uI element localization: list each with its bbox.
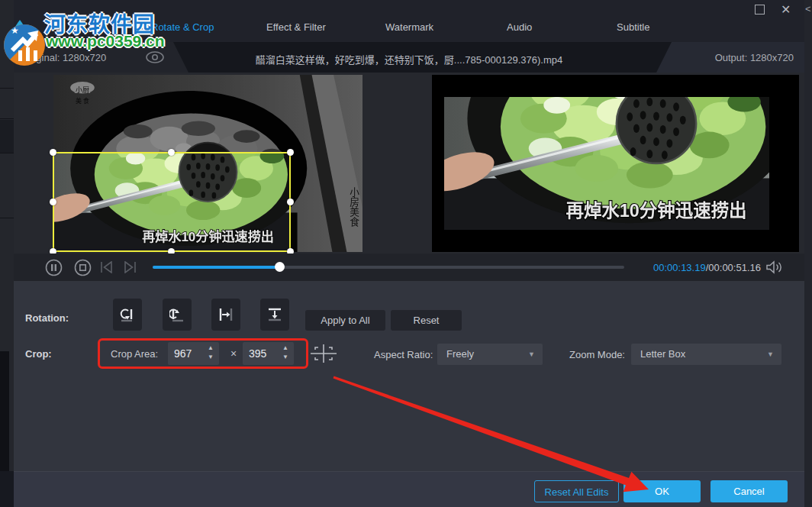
output-resolution-label: Output: 1280x720 (715, 52, 794, 63)
preview-panel (14, 73, 804, 253)
close-button[interactable]: ✕ (781, 3, 791, 17)
zoom-mode-dropdown[interactable]: Letter Box ▼ (631, 344, 781, 365)
footer-bar: Reset All Edits OK Cancel (14, 471, 804, 507)
crop-label: Crop: (25, 348, 52, 360)
flip-vertical-button[interactable] (260, 299, 289, 331)
volume-button[interactable] (765, 260, 784, 274)
crop-width-spinner: ▲ ▼ (168, 342, 219, 365)
crop-width-increment[interactable]: ▲ (205, 344, 217, 353)
current-time: 00:00:13.19 (653, 262, 706, 273)
ok-button[interactable]: OK (624, 480, 701, 502)
crop-handle-w[interactable] (50, 199, 56, 205)
rotation-label: Rotation: (25, 312, 69, 324)
chevron-left-icon: < (805, 3, 811, 15)
total-time: 00:00:51.16 (708, 262, 761, 273)
rotate-left-icon (120, 307, 135, 322)
aspect-ratio-label: Aspect Ratio: (374, 349, 433, 360)
seek-slider[interactable] (153, 266, 624, 269)
multiply-sign: × (230, 347, 237, 360)
tab-rotate-crop[interactable]: Rotate & Crop (151, 21, 214, 33)
crop-handle-nw[interactable] (50, 149, 56, 156)
flip-horizontal-button[interactable] (211, 299, 240, 331)
crop-height-input[interactable] (243, 342, 278, 365)
seek-thumb[interactable] (275, 262, 285, 272)
chevron-down-icon: ▼ (528, 350, 535, 358)
aspect-ratio-dropdown[interactable]: Freely ▼ (437, 344, 543, 365)
crop-width-decrement[interactable]: ▼ (205, 353, 217, 362)
crop-handle-ne[interactable] (287, 149, 294, 156)
rotate-right-button[interactable] (163, 299, 192, 331)
background-app-right-edge: < (804, 0, 812, 507)
rotate-left-button[interactable] (113, 299, 142, 331)
volume-icon (767, 262, 781, 273)
chevron-down-icon: ▼ (767, 350, 774, 358)
output-video-preview (432, 75, 799, 252)
maximize-icon (755, 5, 765, 15)
tab-effect-filter[interactable]: Effect & Filter (266, 21, 326, 33)
crop-center-icon (309, 344, 338, 363)
cancel-button[interactable]: Cancel (710, 480, 788, 502)
seek-progress (153, 266, 279, 269)
screen: < Rotate & Crop Effect & Filter Watermar… (0, 0, 812, 507)
playback-bar: 00:00:13.19/00:00:51.16 (14, 253, 804, 281)
infobar-output-section: Output: 1280x720 (643, 42, 804, 73)
previous-frame-icon (102, 262, 111, 273)
tab-watermark[interactable]: Watermark (385, 21, 433, 33)
next-frame-icon (125, 262, 135, 273)
reset-all-edits-button[interactable]: Reset All Edits (534, 480, 619, 502)
rotate-right-icon (169, 307, 185, 322)
maximize-button[interactable] (755, 5, 765, 15)
output-video-content (444, 97, 769, 230)
dialog-titlebar: Rotate & Crop Effect & Filter Watermark … (14, 0, 804, 42)
flip-horizontal-icon (218, 307, 234, 322)
time-display: 00:00:13.19/00:00:51.16 (653, 262, 761, 273)
crop-handle-n[interactable] (168, 149, 175, 156)
stop-button[interactable] (74, 259, 92, 276)
background-app-left-edge (0, 0, 14, 507)
close-icon: ✕ (781, 3, 791, 16)
next-frame-button[interactable] (124, 261, 137, 273)
pause-icon (51, 264, 56, 271)
stop-icon (80, 265, 85, 270)
zoom-mode-label: Zoom Mode: (569, 349, 625, 360)
zoom-mode-value: Letter Box (640, 348, 685, 360)
crop-area-label: Crop Area: (111, 348, 158, 360)
crop-height-increment[interactable]: ▲ (279, 344, 292, 353)
pause-button[interactable] (45, 259, 63, 276)
crop-selection-border[interactable] (53, 152, 291, 252)
apply-to-all-button[interactable]: Apply to All (305, 310, 385, 331)
crop-height-spinner: ▲ ▼ (243, 342, 294, 365)
tab-audio[interactable]: Audio (507, 21, 532, 33)
previous-frame-button[interactable] (100, 261, 113, 273)
controls-panel: Rotation: (14, 281, 804, 471)
crop-handle-e[interactable] (287, 199, 294, 205)
aspect-ratio-value: Freely (446, 348, 474, 360)
flip-vertical-icon (267, 307, 282, 322)
rotation-reset-button[interactable]: Reset (391, 310, 462, 331)
tab-subtitle[interactable]: Subtitle (617, 21, 649, 33)
crop-height-decrement[interactable]: ▼ (279, 353, 292, 362)
crop-width-input[interactable] (168, 342, 203, 365)
infobar: Original: 1280x720 醋溜白菜这样做，好吃到爆，还特别下饭，厨.… (14, 42, 804, 73)
